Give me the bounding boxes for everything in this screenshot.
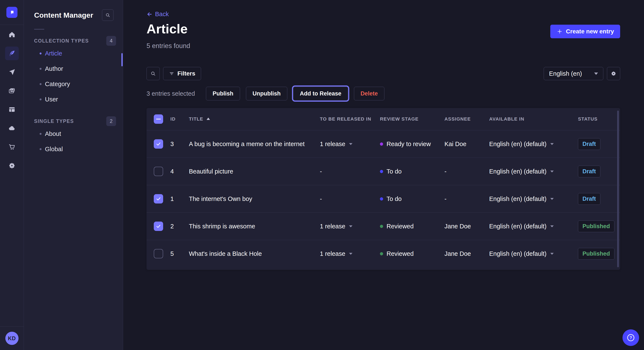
sidebar-item-label: Global <box>45 146 63 153</box>
strapi-admin: KD Content Manager COLLECTION TYPES 4 Ar… <box>0 0 644 350</box>
cloud-icon[interactable] <box>5 121 19 135</box>
add-to-release-button[interactable]: Add to Release <box>293 87 348 100</box>
avatar[interactable]: KD <box>5 332 18 345</box>
sidebar-item-label: Author <box>45 65 63 72</box>
table-row[interactable]: 2 This shrimp is awesome 1 release Revie… <box>146 212 620 240</box>
locale-caret[interactable] <box>550 225 554 227</box>
plus-icon <box>556 28 563 35</box>
review-stage-dot <box>380 197 383 200</box>
locale-value: English (en) <box>549 70 582 77</box>
table-row[interactable]: 1 The internet's Own boy - To do - Engli… <box>146 185 620 212</box>
cell-review-stage: To do <box>380 195 444 202</box>
search-icon[interactable] <box>146 67 160 80</box>
back-label: Back <box>155 11 169 18</box>
cell-assignee: Kai Doe <box>444 141 489 148</box>
table-scrollbar[interactable] <box>617 111 619 267</box>
table-row[interactable]: 4 Beautiful picture - To do - English (e… <box>146 158 620 185</box>
sidebar-item-global[interactable]: Global <box>24 141 123 157</box>
status-badge: Draft <box>578 193 600 205</box>
row-checkbox[interactable] <box>154 249 163 258</box>
sidebar-item-about[interactable]: About <box>24 126 123 141</box>
subnav-title: Content Manager <box>34 11 93 19</box>
cell-assignee: Jane Doe <box>444 250 489 257</box>
column-header-id[interactable]: ID <box>170 116 189 122</box>
cell-review-stage: Ready to review <box>380 141 444 148</box>
column-header-title[interactable]: TITLE <box>189 116 320 122</box>
locale-caret[interactable] <box>550 253 554 255</box>
cell-available-in: English (en) (default) <box>489 141 578 148</box>
row-checkbox[interactable] <box>154 167 163 176</box>
table-row[interactable]: 5 What's inside a Black Hole 1 release R… <box>146 240 620 267</box>
release-caret[interactable] <box>349 253 352 255</box>
help-button[interactable]: ? <box>622 329 639 346</box>
sort-ascending-icon <box>206 118 210 120</box>
column-header-to-be-released-in[interactable]: TO BE RELEASED IN <box>320 116 380 122</box>
settings-icon[interactable] <box>5 159 19 173</box>
strapi-logo[interactable] <box>6 7 18 18</box>
rail-profile-area: KD <box>0 326 24 350</box>
question-mark-icon: ? <box>626 333 636 342</box>
column-header-available-in[interactable]: AVAILABLE IN <box>489 116 578 122</box>
sidebar-item-user[interactable]: User <box>24 92 123 107</box>
column-header-assignee[interactable]: ASSIGNEE <box>444 116 489 122</box>
cell-review-stage: Reviewed <box>380 250 444 257</box>
filter-icon <box>169 71 174 76</box>
create-button-label: Create new entry <box>566 28 614 35</box>
status-badge: Published <box>578 248 614 260</box>
locale-caret[interactable] <box>550 171 554 173</box>
content-manager-subnav: Content Manager COLLECTION TYPES 4 Artic… <box>24 0 123 350</box>
column-header-review-stage[interactable]: REVIEW STAGE <box>380 116 444 122</box>
cell-release: 1 release <box>320 141 380 148</box>
delete-button[interactable]: Delete <box>354 87 384 100</box>
single-types-section: SINGLE TYPES 2 About Global <box>24 116 123 157</box>
toolbar: Filters English (en) <box>146 67 620 80</box>
row-checkbox[interactable] <box>154 194 163 203</box>
media-library-icon[interactable] <box>5 84 19 98</box>
cell-assignee: Jane Doe <box>444 223 489 230</box>
status-badge: Draft <box>578 166 600 177</box>
select-all-checkbox[interactable] <box>154 114 163 124</box>
rail-menu <box>0 25 24 173</box>
filters-button[interactable]: Filters <box>163 67 201 80</box>
cell-id: 3 <box>170 141 189 148</box>
locale-select[interactable]: English (en) <box>544 67 603 80</box>
check-icon <box>156 141 162 147</box>
rail-logo-area <box>0 0 24 25</box>
publish-button[interactable]: Publish <box>206 87 240 100</box>
sidebar-item-article[interactable]: Article <box>24 46 123 61</box>
releases-icon[interactable] <box>5 65 19 79</box>
sidebar-item-label: Article <box>45 50 62 57</box>
main-nav-rail: KD <box>0 0 24 350</box>
cell-release: 1 release <box>320 250 380 257</box>
cell-available-in: English (en) (default) <box>489 168 578 175</box>
locale-caret[interactable] <box>550 143 554 145</box>
column-header-status[interactable]: STATUS <box>578 116 620 122</box>
cell-release: 1 release <box>320 223 380 230</box>
content-type-builder-icon[interactable] <box>5 103 19 116</box>
locale-caret[interactable] <box>550 198 554 200</box>
release-caret[interactable] <box>349 225 352 227</box>
sidebar-item-author[interactable]: Author <box>24 61 123 76</box>
section-count-badge: 2 <box>106 116 116 126</box>
sidebar-item-category[interactable]: Category <box>24 76 123 92</box>
cell-release: - <box>320 195 380 202</box>
review-stage-dot <box>380 252 383 255</box>
row-checkbox[interactable] <box>154 139 163 149</box>
cell-available-in: English (en) (default) <box>489 250 578 257</box>
chevron-down-icon <box>594 72 598 75</box>
entries-table: ID TITLE TO BE RELEASED IN REVIEW STAGE … <box>146 108 620 270</box>
row-checkbox[interactable] <box>154 222 163 231</box>
marketplace-icon[interactable] <box>5 140 19 154</box>
selection-count: 3 entries selected <box>146 90 195 97</box>
search-icon[interactable] <box>102 9 114 21</box>
sidebar-item-label: User <box>45 96 58 103</box>
home-icon[interactable] <box>5 28 19 41</box>
unpublish-button[interactable]: Unpublish <box>246 87 287 100</box>
settings-icon[interactable] <box>607 67 620 80</box>
section-label: SINGLE TYPES <box>34 118 74 124</box>
table-row[interactable]: 3 A bug is becoming a meme on the intern… <box>146 130 620 158</box>
back-link[interactable]: Back <box>146 11 169 18</box>
content-manager-icon[interactable] <box>5 47 19 60</box>
create-new-entry-button[interactable]: Create new entry <box>550 25 620 38</box>
release-caret[interactable] <box>349 143 352 145</box>
